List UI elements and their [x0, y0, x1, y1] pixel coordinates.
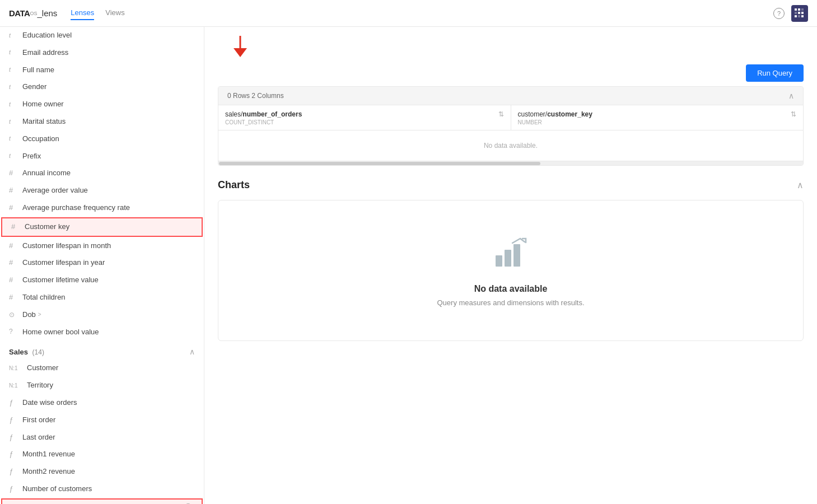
svg-rect-5	[798, 12, 800, 14]
sidebar-item-first-order[interactable]: ƒ First order	[0, 412, 204, 429]
table-columns-header: sales/number_of_orders ⇅ COUNT_DISTINCT …	[218, 105, 803, 130]
sidebar-item-customer-key[interactable]: # Customer key	[1, 217, 203, 237]
main-nav: Lenses Views	[71, 6, 136, 20]
col2-path: customer/	[518, 110, 548, 118]
svg-rect-3	[801, 8, 804, 11]
item-label: Customer	[27, 362, 58, 374]
chart-no-data-subtitle: Query measures and dimensions with resul…	[437, 298, 584, 307]
sidebar-item[interactable]: # Average order value	[0, 182, 204, 199]
sidebar-item[interactable]: t Marital status	[0, 113, 204, 130]
logo-os: OS	[30, 11, 37, 16]
col1-sort-icon[interactable]: ⇅	[498, 110, 504, 118]
nav-views[interactable]: Views	[105, 6, 124, 20]
col1-path: sales/	[225, 110, 242, 118]
sidebar-item[interactable]: # Customer lifespan in year	[0, 254, 204, 272]
svg-rect-14	[513, 244, 520, 267]
sidebar-item[interactable]: t Full name	[0, 62, 204, 79]
item-label: Month2 revenue	[22, 466, 75, 478]
item-label: Email address	[22, 47, 68, 59]
help-icon[interactable]: ?	[773, 8, 785, 19]
col2-type: NUMBER	[518, 119, 797, 125]
item-label: Month1 revenue	[22, 449, 75, 460]
type-icon-hash: #	[9, 167, 18, 179]
table-no-data: No data available.	[218, 130, 803, 161]
sidebar-item[interactable]: # Total children	[0, 289, 204, 306]
avatar[interactable]	[791, 5, 808, 22]
sidebar-item-territory[interactable]: N:1 Territory	[0, 377, 204, 394]
avatar-icon	[793, 7, 806, 20]
sidebar-item[interactable]: t Home owner	[0, 96, 204, 113]
type-icon-t: t	[9, 48, 18, 58]
function-icon: ƒ	[9, 414, 18, 426]
run-query-button[interactable]: Run Query	[746, 64, 804, 82]
sidebar-item-home-owner-bool[interactable]: ? Home owner bool value	[0, 324, 204, 341]
sidebar-item[interactable]: t Gender	[0, 78, 204, 96]
type-icon-t: t	[9, 65, 18, 75]
sidebar-item-number-of-customers[interactable]: ƒ Number of customers	[0, 480, 204, 498]
question-icon: ?	[9, 326, 18, 337]
function-icon: ƒ	[9, 466, 18, 478]
svg-rect-6	[801, 12, 804, 14]
col1-name: number_of_orders	[242, 110, 302, 118]
table-header-bar: 0 Rows 2 Columns ∧	[218, 87, 803, 105]
sidebar-item-month1-revenue[interactable]: ƒ Month1 revenue	[0, 446, 204, 463]
item-label: Customer key	[25, 221, 69, 233]
sidebar-item[interactable]: t Email address	[0, 44, 204, 62]
sales-section-header[interactable]: Sales (14) ∧	[0, 340, 204, 360]
nav-lenses[interactable]: Lenses	[71, 6, 94, 20]
table-collapse-icon[interactable]: ∧	[788, 91, 794, 100]
item-label: Occupation	[22, 133, 59, 145]
item-label: Average purchase frequency rate	[22, 202, 130, 214]
type-icon-hash: #	[9, 292, 18, 304]
table-col-1: sales/number_of_orders ⇅ COUNT_DISTINCT	[218, 105, 511, 130]
item-label: Customer lifespan in month	[22, 240, 111, 252]
chevron-right-icon: >	[38, 310, 41, 319]
sidebar-item[interactable]: t Occupation	[0, 130, 204, 148]
table-col-2: customer/customer_key ⇅ NUMBER	[511, 105, 804, 130]
sales-section-title: Sales (14)	[9, 348, 44, 356]
item-label: Number of customers	[22, 483, 92, 495]
sidebar-item-last-order[interactable]: ƒ Last order	[0, 429, 204, 446]
function-icon: ƒ	[9, 449, 18, 460]
type-icon-t: t	[9, 100, 18, 110]
sidebar-item-date-wise-orders[interactable]: ƒ Date wise orders	[0, 394, 204, 412]
item-label: Full name	[22, 64, 54, 76]
sidebar-item[interactable]: # Annual income	[0, 165, 204, 182]
item-label: First order	[22, 414, 55, 426]
item-label: Dob	[22, 309, 36, 321]
table-scrollbar[interactable]	[218, 161, 803, 165]
sidebar-item-month2-revenue[interactable]: ƒ Month2 revenue	[0, 463, 204, 480]
sidebar-item[interactable]: # Customer lifespan in month	[0, 237, 204, 255]
section-count: (14)	[32, 348, 44, 356]
n1-icon: N:1	[9, 381, 22, 390]
logo-lens-text: _lens	[37, 8, 57, 18]
app-header: DATA OS _lens Lenses Views ?	[0, 0, 817, 27]
sidebar-item-number-of-orders[interactable]: ƒ Number of orders i	[1, 498, 203, 504]
item-label: Prefix	[22, 151, 41, 162]
n1-icon: N:1	[9, 364, 22, 373]
svg-rect-13	[505, 250, 511, 267]
sidebar-item[interactable]: t Education level	[0, 27, 204, 44]
item-label: Customer lifetime value	[22, 274, 99, 286]
type-icon-t: t	[9, 117, 18, 127]
item-label: Annual income	[22, 167, 71, 179]
logo-data: DATA	[9, 8, 30, 18]
item-label: Education level	[22, 30, 72, 41]
sidebar-item[interactable]: t Prefix	[0, 148, 204, 165]
type-icon-t: t	[9, 134, 18, 144]
table-info: 0 Rows 2 Columns	[227, 92, 284, 100]
main-layout: t Education level t Email address t Full…	[0, 27, 817, 504]
type-icon-t: t	[9, 151, 18, 161]
col2-sort-icon[interactable]: ⇅	[791, 110, 796, 118]
results-table: 0 Rows 2 Columns ∧ sales/number_of_order…	[218, 86, 804, 166]
sidebar-item[interactable]: # Customer lifetime value	[0, 272, 204, 289]
sidebar-item-customer[interactable]: N:1 Customer	[0, 360, 204, 377]
charts-collapse-icon[interactable]: ∧	[797, 180, 804, 190]
chart-no-data-icon	[491, 234, 530, 275]
svg-rect-8	[798, 15, 800, 17]
item-label: Marital status	[22, 116, 66, 128]
svg-rect-4	[795, 12, 797, 14]
section-title-text: Sales	[9, 348, 28, 356]
sidebar-item-dob[interactable]: ⊙ Dob >	[0, 306, 204, 324]
sidebar-item[interactable]: # Average purchase frequency rate	[0, 199, 204, 217]
